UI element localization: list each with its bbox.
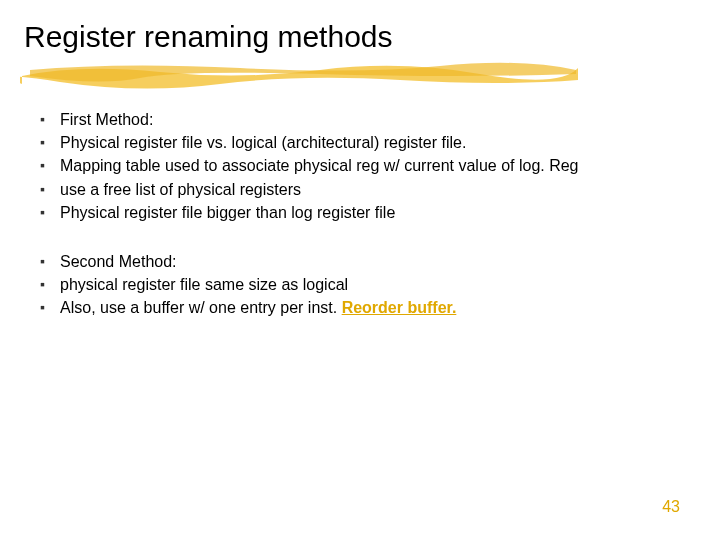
bullet-text: use a free list of physical registers — [60, 178, 690, 201]
bullet-group-second-method: ▪ Second Method: ▪ physical register fil… — [40, 250, 690, 320]
bullet-icon: ▪ — [40, 154, 60, 176]
title-underline-brush — [20, 58, 580, 90]
bullet-icon: ▪ — [40, 250, 60, 272]
bullet-text: Physical register file bigger than log r… — [60, 201, 690, 224]
slide-container: Register renaming methods ▪ First Method… — [0, 0, 720, 540]
bullet-text: Second Method: — [60, 250, 690, 273]
list-item: ▪ Physical register file vs. logical (ar… — [40, 131, 690, 154]
bullet-text: Mapping table used to associate physical… — [60, 154, 690, 177]
bullet-icon: ▪ — [40, 131, 60, 153]
bullet-icon: ▪ — [40, 273, 60, 295]
bullet-text: Physical register file vs. logical (arch… — [60, 131, 690, 154]
list-item: ▪ Physical register file bigger than log… — [40, 201, 690, 224]
list-item: ▪ physical register file same size as lo… — [40, 273, 690, 296]
slide-content: ▪ First Method: ▪ Physical register file… — [30, 108, 690, 320]
bullet-text-with-link: Also, use a buffer w/ one entry per inst… — [60, 296, 690, 319]
list-item: ▪ use a free list of physical registers — [40, 178, 690, 201]
bullet-icon: ▪ — [40, 108, 60, 130]
page-number: 43 — [662, 498, 680, 516]
reorder-buffer-link[interactable]: Reorder buffer. — [342, 299, 457, 316]
bullet-text-prefix: Also, use a buffer w/ one entry per inst… — [60, 299, 342, 316]
bullet-text: physical register file same size as logi… — [60, 273, 690, 296]
list-item: ▪ First Method: — [40, 108, 690, 131]
list-item: ▪ Second Method: — [40, 250, 690, 273]
page-title: Register renaming methods — [24, 20, 690, 54]
bullet-icon: ▪ — [40, 296, 60, 318]
list-item: ▪ Also, use a buffer w/ one entry per in… — [40, 296, 690, 319]
bullet-text: First Method: — [60, 108, 690, 131]
list-item: ▪ Mapping table used to associate physic… — [40, 154, 690, 177]
bullet-icon: ▪ — [40, 201, 60, 223]
bullet-icon: ▪ — [40, 178, 60, 200]
bullet-group-first-method: ▪ First Method: ▪ Physical register file… — [40, 108, 690, 224]
